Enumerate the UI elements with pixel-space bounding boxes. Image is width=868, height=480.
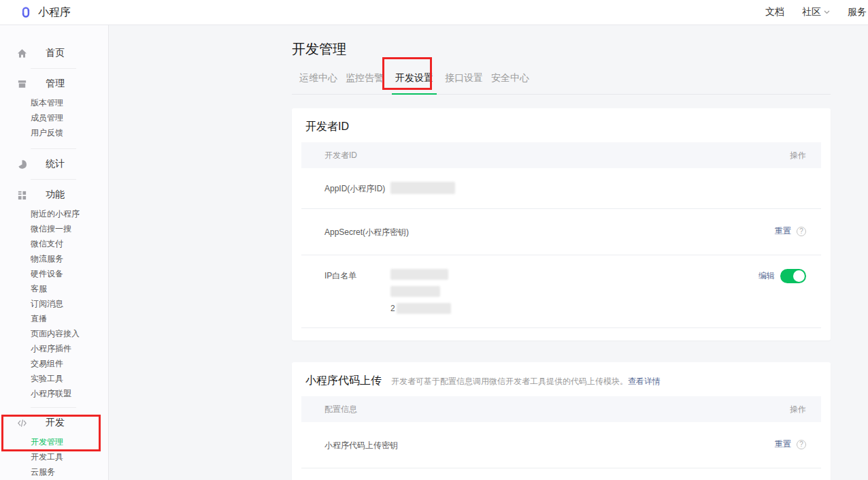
card-title-developer-id: 开发者ID <box>305 120 349 134</box>
home-icon <box>16 48 27 59</box>
grid-icon <box>16 189 27 200</box>
ip-visible-prefix: 2 <box>390 304 395 313</box>
sidebar-item-dev-tools[interactable]: 开发工具 <box>0 449 108 464</box>
upload-key-row: 小程序代码上传密钥 重置 ? <box>301 422 821 468</box>
main-content: 开发管理 运维中心 监控告警 开发设置 接口设置 安全中心 开发者ID 开发者I… <box>109 25 868 480</box>
brand-logo[interactable]: 小程序 <box>19 5 71 20</box>
edit-ip-whitelist-button[interactable]: 编辑 <box>758 270 775 282</box>
redacted-ip-value <box>390 286 440 297</box>
manage-sublist: 版本管理 成员管理 用户反馈 <box>0 95 108 140</box>
sidebar-item-dev-manage[interactable]: 开发管理 <box>0 434 108 449</box>
upload-ip-whitelist-row: IP白名单 暂无IP白名单 编辑 <box>301 468 821 480</box>
column-header-name: 开发者ID <box>324 150 357 161</box>
nav-docs[interactable]: 文档 <box>765 6 784 18</box>
reset-appsecret-button[interactable]: 重置 <box>775 225 791 237</box>
sidebar-divider <box>31 68 76 69</box>
sidebar-item-manage[interactable]: 管理 <box>0 75 108 93</box>
develop-sublist: 开发管理 开发工具 云服务 <box>0 434 108 479</box>
sidebar: 首页 管理 版本管理 成员管理 用户反馈 统计 <box>0 25 109 480</box>
column-header-name: 配置信息 <box>324 404 357 415</box>
card-title-code-upload: 小程序代码上传 <box>305 374 382 388</box>
sidebar-item-user-feedback[interactable]: 用户反馈 <box>0 125 108 140</box>
sidebar-item-live[interactable]: 直播 <box>0 311 108 326</box>
developer-id-table-header: 开发者ID 操作 <box>301 142 821 168</box>
sidebar-item-miniprogram-union[interactable]: 小程序联盟 <box>0 386 108 401</box>
manage-box-icon <box>16 78 27 89</box>
redacted-ip-value <box>397 303 451 314</box>
sidebar-item-nearby-miniprogram[interactable]: 附近的小程序 <box>0 206 108 221</box>
sidebar-item-home[interactable]: 首页 <box>0 44 108 62</box>
top-bar: 小程序 文档 社区 服务 <box>0 0 868 25</box>
features-sublist: 附近的小程序 微信搜一搜 微信支付 物流服务 硬件设备 客服 订阅消息 直播 页… <box>0 206 108 401</box>
pie-chart-icon <box>16 159 27 170</box>
appid-label: AppID(小程序ID) <box>324 182 390 195</box>
tab-dev-settings[interactable]: 开发设置 <box>392 72 437 95</box>
sidebar-item-develop[interactable]: 开发 <box>0 414 108 432</box>
sidebar-item-stats[interactable]: 统计 <box>0 155 108 173</box>
sidebar-item-wechat-search[interactable]: 微信搜一搜 <box>0 221 108 236</box>
brand-title: 小程序 <box>38 5 71 20</box>
ip-whitelist-label: IP白名单 <box>324 269 390 282</box>
code-icon <box>16 417 27 428</box>
ip-whitelist-row: IP白名单 2 编辑 <box>301 255 821 328</box>
sidebar-item-subscribe-message[interactable]: 订阅消息 <box>0 296 108 311</box>
code-upload-subtitle: 开发者可基于配置信息调用微信开发者工具提供的代码上传模块。 <box>391 376 628 387</box>
miniprogram-logo-icon <box>19 5 33 19</box>
code-upload-card: 小程序代码上传 开发者可基于配置信息调用微信开发者工具提供的代码上传模块。 查看… <box>292 362 831 480</box>
code-upload-table-header: 配置信息 操作 <box>301 396 821 422</box>
appsecret-row: AppSecret(小程序密钥) 重置 ? <box>301 209 821 255</box>
column-header-action: 操作 <box>790 404 806 415</box>
sidebar-item-cloud-service[interactable]: 云服务 <box>0 464 108 479</box>
toggle-knob <box>793 270 805 282</box>
tab-ops-center[interactable]: 运维中心 <box>299 72 337 94</box>
ip-whitelist-values: 2 <box>390 269 451 314</box>
sidebar-divider <box>31 148 76 149</box>
tab-bar: 运维中心 监控告警 开发设置 接口设置 安全中心 <box>292 72 831 95</box>
sidebar-item-wechat-pay[interactable]: 微信支付 <box>0 236 108 251</box>
upload-key-label: 小程序代码上传密钥 <box>324 438 398 451</box>
sidebar-item-plugin[interactable]: 小程序插件 <box>0 341 108 356</box>
appid-row: AppID(小程序ID) <box>301 168 821 209</box>
sidebar-item-logistics[interactable]: 物流服务 <box>0 251 108 266</box>
help-icon[interactable]: ? <box>797 440 806 449</box>
nav-service[interactable]: 服务 <box>848 6 867 18</box>
appsecret-label: AppSecret(小程序密钥) <box>324 225 409 238</box>
sidebar-item-experiment-tools[interactable]: 实验工具 <box>0 371 108 386</box>
nav-community[interactable]: 社区 <box>802 6 830 18</box>
top-nav: 文档 社区 服务 <box>765 6 867 18</box>
column-header-action: 操作 <box>790 150 806 161</box>
chevron-down-icon <box>824 10 830 14</box>
sidebar-divider <box>31 179 76 180</box>
sidebar-item-page-content[interactable]: 页面内容接入 <box>0 326 108 341</box>
page-title: 开发管理 <box>292 40 868 59</box>
tab-monitor-alert[interactable]: 监控告警 <box>346 72 384 94</box>
sidebar-item-version-manage[interactable]: 版本管理 <box>0 95 108 110</box>
help-icon[interactable]: ? <box>797 227 806 236</box>
ip-whitelist-toggle[interactable] <box>780 269 806 283</box>
sidebar-item-member-manage[interactable]: 成员管理 <box>0 110 108 125</box>
tab-api-settings[interactable]: 接口设置 <box>445 72 483 94</box>
sidebar-item-customer-service[interactable]: 客服 <box>0 281 108 296</box>
developer-id-card: 开发者ID 开发者ID 操作 AppID(小程序ID) AppSecret(小程… <box>292 108 831 340</box>
view-details-link[interactable]: 查看详情 <box>628 376 661 387</box>
sidebar-item-trade-component[interactable]: 交易组件 <box>0 356 108 371</box>
sidebar-divider <box>31 407 76 408</box>
reset-upload-key-button[interactable]: 重置 <box>775 438 791 450</box>
sidebar-item-features[interactable]: 功能 <box>0 186 108 204</box>
redacted-appid-value <box>390 182 455 194</box>
sidebar-item-hardware[interactable]: 硬件设备 <box>0 266 108 281</box>
tab-security-center[interactable]: 安全中心 <box>491 72 529 94</box>
redacted-ip-value <box>390 269 448 280</box>
